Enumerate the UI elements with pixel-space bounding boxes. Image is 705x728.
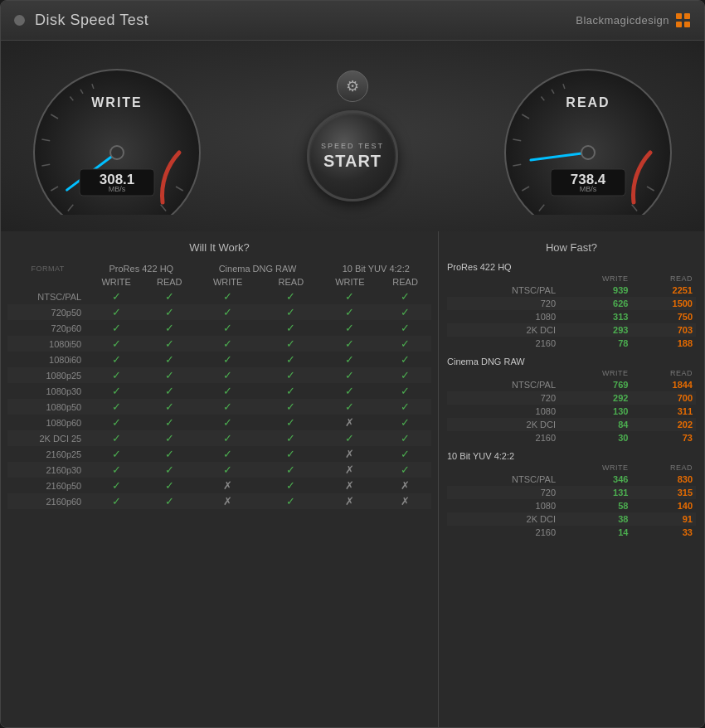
check-icon: ✓	[112, 463, 121, 476]
dng-read-cell: ✓	[261, 415, 321, 430]
check-icon: ✓	[223, 369, 232, 381]
check-icon: ✓	[165, 479, 174, 492]
app-window: Disk Speed Test Blackmagicdesign	[0, 0, 705, 728]
check-icon: ✓	[165, 448, 174, 460]
check-icon: ✓	[286, 353, 295, 366]
list-item: 2K DCI 38 91	[447, 512, 696, 526]
list-item: 720 131 315	[447, 486, 696, 499]
check-icon: ✓	[165, 369, 174, 381]
list-item: 720 292 700	[447, 391, 696, 405]
prores-write-cell: ✓	[88, 478, 144, 493]
check-icon: ✓	[286, 495, 295, 507]
cross-icon: ✗	[223, 495, 232, 507]
table-row: 1080p30 ✓ ✓ ✓ ✓ ✓ ✓	[7, 383, 431, 399]
hf-write-val: 30	[559, 431, 631, 444]
prores-read-cell: ✓	[144, 399, 194, 415]
dng-read-cell: ✓	[261, 367, 321, 383]
hf-section-title: ProRes 422 HQ	[447, 262, 696, 272]
how-fast-panel: How Fast? ProRes 422 HQ WRITE READ NTSC/…	[439, 231, 704, 727]
table-row: 2160p60 ✓ ✓ ✗ ✓ ✗ ✗	[7, 493, 431, 509]
dng-write-header: WRITE	[194, 275, 261, 289]
check-icon: ✓	[345, 290, 354, 303]
close-button[interactable]	[14, 15, 25, 26]
settings-button[interactable]: ⚙	[337, 70, 368, 102]
hf-write-val: 14	[559, 526, 631, 539]
list-item: NTSC/PAL 769 1844	[447, 378, 696, 391]
check-icon: ✓	[345, 353, 354, 366]
format-cell: 2160p60	[7, 493, 88, 509]
dng-header: Cinema DNG RAW	[194, 262, 320, 275]
hf-write-val: 626	[559, 297, 631, 310]
hf-read-val: 33	[631, 526, 696, 539]
hf-write-val: 292	[559, 391, 631, 405]
yuv-read-cell: ✓	[379, 430, 431, 446]
format-cell: 720p60	[7, 320, 88, 336]
gauges-section: WRITE 308.1 MB/s ⚙ SPEED TEST START	[1, 41, 704, 231]
hf-read-val: 73	[631, 431, 696, 444]
hf-format-col	[447, 274, 559, 284]
hf-write-val: 130	[559, 405, 631, 418]
list-item: 1080 313 750	[447, 310, 696, 323]
check-icon: ✓	[223, 353, 232, 366]
prores-read-cell: ✓	[144, 320, 194, 336]
table-row: 1080p50 ✓ ✓ ✓ ✓ ✓ ✓	[7, 399, 431, 415]
check-icon: ✓	[286, 432, 295, 444]
start-speed-test-button[interactable]: SPEED TEST START	[307, 110, 398, 201]
hf-read-val: 2251	[631, 284, 696, 297]
prores-read-cell: ✓	[144, 336, 194, 352]
prores-header: ProRes 422 HQ	[88, 262, 194, 275]
yuv-read-cell: ✗	[379, 478, 431, 493]
yuv-read-cell: ✓	[379, 462, 431, 478]
yuv-write-cell: ✓	[321, 399, 380, 415]
hf-table: WRITE READ NTSC/PAL 939 2251 720 626 150…	[447, 274, 696, 350]
check-icon: ✓	[345, 337, 354, 350]
dng-read-cell: ✓	[261, 289, 321, 304]
will-it-work-panel: Will It Work? FORMAT ProRes 422 HQ Cinem…	[1, 231, 439, 727]
yuv-write-cell: ✓	[321, 352, 380, 367]
start-label: START	[323, 152, 382, 171]
yuv-read-cell: ✓	[379, 367, 431, 383]
yuv-read-cell: ✓	[379, 415, 431, 430]
hf-write-val: 38	[559, 512, 631, 526]
dng-write-cell: ✓	[194, 462, 261, 478]
table-row: 2160p50 ✓ ✓ ✗ ✓ ✗ ✗	[7, 478, 431, 493]
hf-table: WRITE READ NTSC/PAL 769 1844 720 292 700…	[447, 368, 696, 444]
hf-format-name: NTSC/PAL	[447, 378, 559, 391]
cross-icon: ✗	[401, 495, 410, 507]
check-icon: ✓	[165, 416, 174, 429]
will-it-work-table: FORMAT ProRes 422 HQ Cinema DNG RAW 10 B…	[7, 262, 431, 509]
yuv-read-header: READ	[379, 275, 431, 289]
dng-read-cell: ✓	[261, 430, 321, 446]
check-icon: ✓	[112, 353, 121, 366]
format-cell: 1080p60	[7, 415, 88, 430]
hf-read-col: READ	[631, 463, 696, 473]
check-icon: ✓	[223, 400, 232, 413]
check-icon: ✓	[286, 322, 295, 334]
dng-write-cell: ✓	[194, 367, 261, 383]
brand-icon	[676, 13, 691, 28]
check-icon: ✓	[286, 337, 295, 350]
dng-write-cell: ✓	[194, 415, 261, 430]
yuv-write-cell: ✗	[321, 415, 380, 430]
prores-read-cell: ✓	[144, 304, 194, 320]
format-cell: 1080i50	[7, 336, 88, 352]
hf-write-val: 78	[559, 337, 631, 350]
prores-read-cell: ✓	[144, 383, 194, 399]
prores-write-cell: ✓	[88, 289, 144, 304]
hf-format-name: 2160	[447, 431, 559, 444]
check-icon: ✓	[223, 337, 232, 350]
hf-format-name: 720	[447, 486, 559, 499]
check-icon: ✓	[112, 337, 121, 350]
yuv-read-cell: ✓	[379, 399, 431, 415]
read-label: READ	[566, 95, 610, 109]
svg-point-32	[581, 146, 595, 159]
yuv-write-cell: ✗	[321, 446, 380, 462]
check-icon: ✓	[286, 463, 295, 476]
hf-write-val: 58	[559, 499, 631, 512]
check-icon: ✓	[286, 448, 295, 460]
yuv-read-cell: ✓	[379, 304, 431, 320]
hf-read-val: 1500	[631, 297, 696, 310]
prores-write-cell: ✓	[88, 446, 144, 462]
prores-write-cell: ✓	[88, 352, 144, 367]
cross-icon: ✗	[345, 416, 354, 429]
